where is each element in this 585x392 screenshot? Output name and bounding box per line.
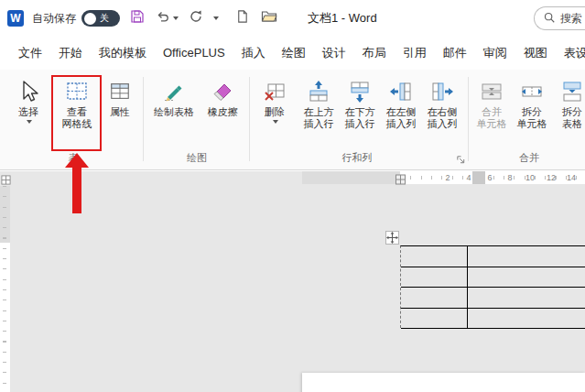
insert-row-above-button[interactable]: 在上方 插入行: [298, 76, 339, 151]
redo-button[interactable]: [188, 10, 204, 27]
button-label: 查看 网格线: [62, 106, 92, 130]
tab-home[interactable]: 开始: [51, 37, 90, 70]
group-label-rows-columns: 行和列: [311, 151, 403, 165]
ruler-column-marker-icon[interactable]: [395, 172, 406, 189]
ruler-number: 4: [463, 173, 474, 182]
customize-qat-chevron-icon[interactable]: [213, 16, 219, 20]
merge-cells-button: 合并 单元格: [472, 76, 511, 151]
move-arrows-icon: [386, 232, 398, 244]
autosave-toggle[interactable]: 关: [81, 10, 120, 27]
gridlines-icon: [65, 79, 89, 104]
new-document-icon: [235, 9, 249, 27]
tab-table-design[interactable]: 表设计: [557, 37, 585, 70]
vertical-ruler-ticks: [3, 186, 6, 392]
new-document-button[interactable]: [233, 10, 250, 27]
tab-view[interactable]: 视图: [516, 37, 555, 70]
search-label: 搜索: [560, 11, 582, 27]
split-cells-button[interactable]: 拆分 单元格: [513, 76, 551, 151]
ribbon-tab-bar: 文件 开始 我的模板 OfficePLUS 插入 绘图 设计 布局 引用 邮件 …: [0, 37, 585, 70]
button-label: 橡皮擦: [208, 106, 238, 118]
merge-cells-icon: [480, 79, 504, 104]
group-label-table: 表: [27, 151, 119, 165]
table-move-handle[interactable]: [385, 231, 399, 245]
eraser-icon: [211, 79, 234, 104]
group-label-merge: 合并: [483, 151, 575, 165]
eraser-button[interactable]: 橡皮擦: [201, 76, 244, 151]
button-label: 拆分 单元格: [517, 106, 547, 130]
dialog-launcher-icon[interactable]: [456, 152, 466, 169]
document-table[interactable]: [400, 245, 585, 328]
pencil-icon: [162, 79, 186, 104]
table-properties-icon: [109, 79, 131, 104]
cursor-arrow-icon: [16, 79, 40, 104]
draw-table-button[interactable]: 绘制表格: [150, 76, 198, 151]
redo-icon: [189, 9, 203, 27]
tab-references[interactable]: 引用: [395, 37, 434, 70]
group-separator: [143, 77, 144, 161]
open-folder-icon: [261, 9, 277, 27]
table-row[interactable]: [401, 288, 585, 309]
view-gridlines-button[interactable]: 查看 网格线: [55, 76, 99, 151]
search-icon: [543, 11, 556, 27]
button-label: 选择: [18, 106, 38, 118]
tab-file[interactable]: 文件: [11, 37, 49, 70]
autosave-state: 关: [100, 12, 109, 25]
tab-my-templates[interactable]: 我的模板: [92, 37, 154, 70]
table-row[interactable]: [401, 309, 585, 330]
chevron-down-icon: [273, 120, 278, 124]
insert-below-icon: [348, 79, 372, 104]
button-label: 绘制表格: [154, 106, 194, 118]
title-bar: W 自动保存 关 文档1 - Word 搜索: [0, 0, 585, 37]
delete-button[interactable]: 删除: [256, 76, 293, 151]
autosave-label: 自动保存: [32, 11, 76, 27]
select-button[interactable]: 选择: [7, 76, 49, 151]
delete-table-icon: [263, 79, 287, 104]
word-window: W 自动保存 关 文档1 - Word 搜索 文件 开始: [0, 0, 585, 392]
table-row[interactable]: [401, 246, 585, 267]
insert-row-below-button[interactable]: 在下方 插入行: [340, 76, 380, 151]
button-label: 在右侧 插入列: [428, 106, 458, 130]
document-page[interactable]: [302, 373, 585, 392]
ribbon: 选择 查看 网格线 属性 表 绘制表格 橡皮擦 绘图 删除: [0, 70, 585, 170]
button-label: 在左侧 插入列: [386, 106, 417, 130]
chevron-down-icon: [27, 120, 32, 124]
group-label-draw: 绘图: [151, 151, 243, 165]
save-icon: [130, 9, 145, 27]
vertical-ruler[interactable]: [0, 186, 10, 392]
ruler-column-divider[interactable]: [472, 171, 485, 184]
ruler-number: 6: [484, 173, 495, 182]
table-column-border: [467, 246, 468, 328]
button-label: 合并 单元格: [477, 106, 507, 130]
horizontal-ruler[interactable]: 2 4 6 8 10 12 14: [0, 171, 585, 184]
insert-column-right-button[interactable]: 在右侧 插入列: [422, 76, 462, 151]
tab-review[interactable]: 审阅: [476, 37, 515, 70]
split-table-button[interactable]: 拆分 表格: [553, 76, 585, 151]
tab-mailings[interactable]: 邮件: [436, 37, 474, 70]
ruler-number: 10: [525, 173, 536, 182]
ruler-number: 14: [566, 173, 577, 182]
tab-insert[interactable]: 插入: [234, 37, 273, 70]
split-cells-icon: [520, 79, 544, 104]
tab-draw[interactable]: 绘图: [275, 37, 313, 70]
group-separator: [249, 77, 250, 161]
document-title: 文档1 - Word: [308, 0, 377, 37]
table-row[interactable]: [401, 267, 585, 289]
word-logo: W: [7, 10, 24, 27]
button-label: 在上方 插入行: [304, 106, 334, 130]
insert-above-icon: [307, 79, 330, 104]
undo-icon: [156, 9, 170, 27]
undo-button[interactable]: [155, 10, 171, 27]
insert-right-icon: [430, 79, 454, 104]
save-button[interactable]: [129, 10, 146, 27]
search-box[interactable]: 搜索: [534, 6, 585, 30]
open-file-button[interactable]: [261, 10, 277, 27]
ruler-number: 8: [504, 173, 515, 182]
button-label: 在下方 插入行: [345, 106, 375, 130]
insert-column-left-button[interactable]: 在左侧 插入列: [381, 76, 421, 151]
split-table-icon: [560, 79, 584, 104]
undo-dropdown-chevron-icon[interactable]: [173, 16, 179, 20]
tab-officeplus[interactable]: OfficePLUS: [156, 37, 233, 70]
table-properties-button[interactable]: 属性: [103, 76, 137, 151]
tab-layout[interactable]: 布局: [355, 37, 394, 70]
tab-design[interactable]: 设计: [315, 37, 353, 70]
